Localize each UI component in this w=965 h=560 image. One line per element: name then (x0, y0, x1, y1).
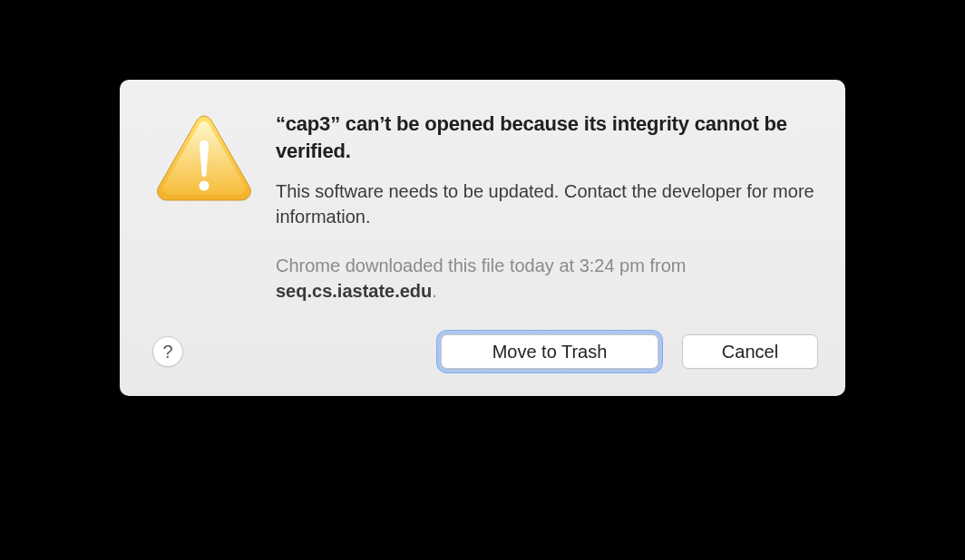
primary-button-focus-ring: Move to Trash (437, 331, 662, 372)
dialog-source-info: Chrome downloaded this file today at 3:2… (276, 253, 818, 304)
move-to-trash-button[interactable]: Move to Trash (441, 334, 658, 369)
help-button[interactable]: ? (152, 336, 183, 367)
source-prefix: Chrome downloaded this file today at 3:2… (276, 256, 686, 275)
source-suffix: . (432, 281, 437, 301)
icon-column (147, 107, 247, 203)
text-column: “cap3” can’t be opened because its integ… (276, 107, 818, 304)
svg-point-0 (200, 181, 210, 191)
gatekeeper-dialog: “cap3” can’t be opened because its integ… (120, 80, 845, 396)
cancel-button[interactable]: Cancel (682, 334, 818, 369)
dialog-title: “cap3” can’t be opened because its integ… (276, 111, 818, 164)
dialog-subtitle: This software needs to be updated. Conta… (276, 179, 818, 229)
source-domain: seq.cs.iastate.edu (276, 281, 432, 301)
dialog-content: “cap3” can’t be opened because its integ… (147, 107, 818, 304)
warning-triangle-icon (154, 112, 247, 203)
button-group: Move to Trash Cancel (437, 331, 818, 372)
dialog-button-row: ? Move to Trash Cancel (147, 331, 818, 372)
help-icon: ? (162, 342, 172, 362)
